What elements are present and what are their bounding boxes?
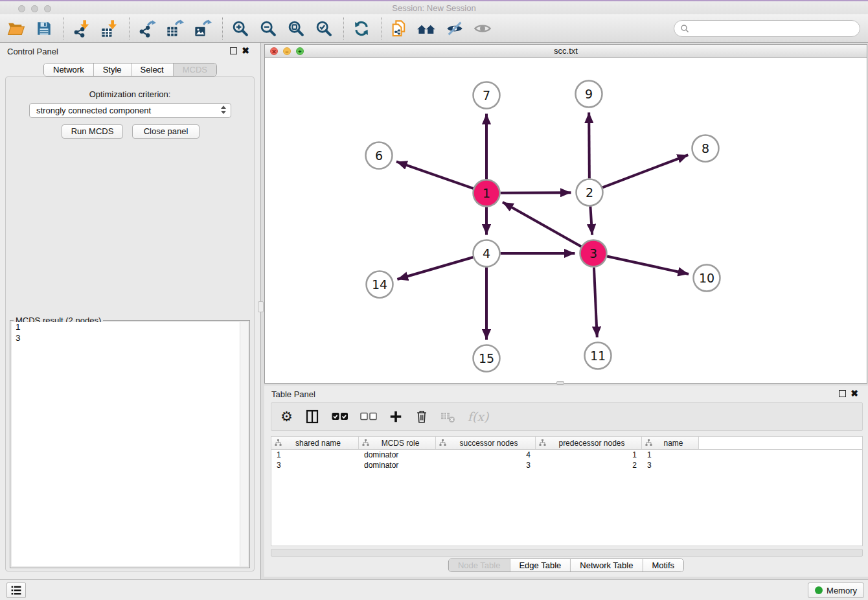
home-view-icon[interactable] — [416, 18, 438, 39]
table-header-row: shared nameMCDS rolesuccessor nodesprede… — [271, 437, 862, 450]
close-table-panel-icon[interactable]: ✖ — [851, 388, 858, 398]
column-header-MCDS-role[interactable]: MCDS role — [359, 437, 436, 449]
plus-icon — [389, 410, 403, 424]
graph-node-9[interactable]: 9 — [576, 81, 602, 108]
graph-node-1[interactable]: 1 — [474, 180, 500, 207]
tab-mcds[interactable]: MCDS — [173, 63, 216, 76]
cell-name: 1 — [642, 450, 699, 459]
delete-column-button[interactable] — [415, 407, 429, 426]
graph-node-4[interactable]: 4 — [474, 240, 500, 267]
graph-edge-3-1[interactable] — [503, 202, 581, 246]
graph-node-11[interactable]: 11 — [585, 343, 611, 369]
export-image-icon[interactable] — [192, 18, 214, 39]
zoom-fit-icon[interactable] — [285, 18, 307, 39]
memory-button[interactable]: Memory — [808, 583, 864, 598]
cell-successor-nodes: 3 — [436, 461, 536, 470]
svg-text:6: 6 — [375, 148, 383, 163]
cell-successor-nodes: 4 — [436, 450, 536, 459]
import-table-icon[interactable] — [98, 18, 120, 39]
close-panel-icon[interactable]: ✖ — [242, 45, 249, 56]
svg-text:1: 1 — [483, 186, 490, 200]
graph-node-14[interactable]: 14 — [367, 271, 393, 298]
float-table-panel-icon[interactable] — [839, 390, 846, 397]
graph-edge-1-6[interactable] — [396, 161, 474, 189]
tab-network-table[interactable]: Network Table — [570, 559, 642, 571]
graph-edge-2-8[interactable] — [602, 155, 688, 187]
search-input[interactable] — [674, 20, 860, 37]
table-panel-tabs: Node TableEdge TableNetwork TableMotifs — [448, 559, 684, 572]
table-row[interactable]: 1dominator411 — [271, 450, 862, 460]
close-panel-button[interactable]: Close panel — [132, 124, 200, 139]
export-table-icon[interactable] — [164, 18, 186, 39]
column-header-name[interactable]: name — [642, 437, 699, 449]
optimization-criterion-select[interactable]: strongly connected component — [29, 103, 231, 118]
table-hscrollbar[interactable] — [271, 549, 863, 557]
save-session-icon[interactable] — [33, 18, 55, 39]
svg-text:8: 8 — [702, 141, 709, 156]
float-panel-icon[interactable] — [230, 47, 237, 54]
tab-node-table[interactable]: Node Table — [449, 559, 510, 571]
import-network-icon[interactable] — [71, 18, 93, 39]
graph-node-7[interactable]: 7 — [474, 82, 500, 109]
tab-motifs[interactable]: Motifs — [642, 559, 683, 571]
network-graph[interactable]: 7968124314101511 — [265, 58, 867, 383]
duplicate-network-icon[interactable] — [388, 18, 410, 39]
tab-edge-table[interactable]: Edge Table — [509, 559, 570, 571]
svg-text:4: 4 — [483, 246, 490, 260]
tab-network[interactable]: Network — [44, 63, 93, 76]
column-header-predecessor-nodes[interactable]: predecessor nodes — [536, 437, 642, 449]
graph-node-15[interactable]: 15 — [474, 345, 500, 372]
network-splitter-handle[interactable] — [556, 381, 564, 385]
deselect-all-columns-button[interactable] — [360, 407, 377, 426]
cell-MCDS-role: dominator — [359, 450, 436, 459]
control-panel-title: Control Panel — [7, 47, 58, 56]
memory-status-icon — [815, 586, 823, 594]
table-panel-title: Table Panel — [271, 389, 315, 399]
function-builder-button[interactable]: f(x) — [468, 407, 489, 426]
create-column-button[interactable] — [389, 407, 403, 426]
export-network-icon[interactable] — [136, 18, 158, 39]
open-session-icon[interactable] — [5, 18, 27, 39]
zoom-out-icon[interactable] — [257, 18, 279, 39]
mcds-result-list[interactable]: 13 — [12, 322, 248, 566]
graph-node-6[interactable]: 6 — [366, 143, 393, 169]
run-mcds-button[interactable]: Run MCDS — [62, 124, 123, 139]
control-panel-header: Control Panel ✖ — [0, 43, 260, 60]
svg-text:15: 15 — [479, 351, 494, 365]
table-body: 1dominator4113dominator323 — [271, 450, 862, 470]
column-header-shared-name[interactable]: shared name — [271, 437, 359, 449]
delete-table-button[interactable] — [440, 407, 456, 426]
zoom-in-icon[interactable] — [229, 18, 251, 39]
show-all-icon[interactable] — [472, 18, 494, 39]
graph-edge-2-9[interactable] — [589, 112, 589, 178]
column-header-successor-nodes[interactable]: successor nodes — [436, 437, 536, 449]
tab-style[interactable]: Style — [93, 63, 131, 76]
svg-text:3: 3 — [589, 246, 597, 260]
show-columns-button[interactable] — [304, 407, 320, 426]
search-field[interactable] — [692, 24, 860, 34]
graph-edge-1-2[interactable] — [500, 192, 571, 193]
table-row[interactable]: 3dominator323 — [271, 460, 862, 470]
select-stepper-icon — [221, 106, 226, 114]
svg-text:10: 10 — [699, 271, 714, 285]
graph-node-3[interactable]: 3 — [580, 240, 607, 267]
refresh-view-icon[interactable] — [350, 18, 372, 39]
graph-edge-3-10[interactable] — [607, 257, 689, 274]
network-canvas[interactable]: 7968124314101511 — [265, 58, 867, 383]
graph-edge-3-11[interactable] — [594, 267, 597, 337]
graph-edge-2-3[interactable] — [590, 206, 592, 235]
graph-edge-4-14[interactable] — [397, 257, 473, 279]
main-toolbar — [0, 14, 868, 43]
table-settings-button[interactable]: ⚙ — [280, 407, 293, 426]
svg-text:2: 2 — [586, 185, 593, 200]
hide-selected-icon[interactable] — [444, 18, 466, 39]
panel-splitter-handle[interactable] — [258, 301, 264, 312]
tab-select[interactable]: Select — [131, 63, 173, 76]
result-scrollbar[interactable] — [240, 322, 248, 566]
graph-node-10[interactable]: 10 — [694, 265, 720, 292]
zoom-selected-icon[interactable] — [313, 18, 335, 39]
show-panels-button[interactable] — [6, 583, 26, 598]
graph-node-8[interactable]: 8 — [692, 135, 719, 162]
graph-node-2[interactable]: 2 — [577, 179, 603, 206]
select-all-columns-button[interactable] — [332, 407, 348, 426]
